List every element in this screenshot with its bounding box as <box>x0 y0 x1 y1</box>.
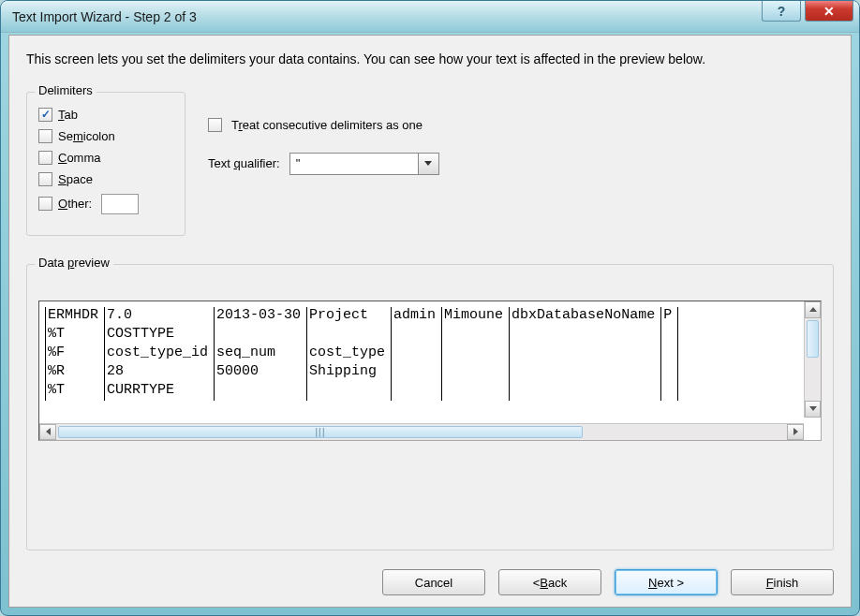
table-cell: COSTTYPE <box>105 326 215 345</box>
table-cell <box>215 382 307 401</box>
preview-group: Data preview ERMHDR7.02013-03-30Projecta… <box>26 264 834 550</box>
scroll-left-icon[interactable] <box>39 424 56 440</box>
dialog-window: Text Import Wizard - Step 2 of 3 ? ✕ Thi… <box>0 0 860 616</box>
help-button[interactable]: ? <box>762 1 801 22</box>
table-cell: 2013-03-30 <box>215 307 307 326</box>
finish-button[interactable]: Finish <box>731 569 834 595</box>
table-cell: 28 <box>105 363 215 382</box>
table-cell: %T <box>46 326 105 345</box>
table-cell: Project <box>307 307 392 326</box>
table-cell <box>510 345 661 363</box>
table-row: ERMHDR7.02013-03-30ProjectadminMimounedb… <box>46 307 678 326</box>
delimiters-group: Delimiters Tab Semicolon Comma Space <box>26 92 185 236</box>
table-cell: %T <box>46 382 105 401</box>
other-label: Other: <box>58 197 92 211</box>
table-cell: dbxDatabaseNoName <box>510 307 661 326</box>
tab-checkbox[interactable] <box>38 108 52 122</box>
dialog-body: This screen lets you set the delimiters … <box>8 35 852 608</box>
table-cell: %R <box>46 363 105 382</box>
scroll-down-icon[interactable] <box>805 401 821 418</box>
table-cell <box>510 382 661 401</box>
table-cell: seq_num <box>215 345 307 363</box>
table-cell <box>307 382 392 401</box>
table-cell: Shipping <box>307 363 392 382</box>
table-cell <box>392 382 442 401</box>
table-row: %R2850000Shipping <box>46 363 678 382</box>
table-cell <box>442 326 510 345</box>
table-cell: 7.0 <box>105 307 215 326</box>
back-button[interactable]: < Back <box>498 569 601 595</box>
window-title: Text Import Wizard - Step 2 of 3 <box>12 9 197 24</box>
semicolon-label: Semicolon <box>58 129 115 143</box>
vertical-scroll-thumb[interactable] <box>807 320 819 358</box>
preview-legend: Data preview <box>35 256 113 270</box>
table-cell <box>307 326 392 345</box>
table-cell: P <box>661 307 678 326</box>
table-row: %TCOSTTYPE <box>46 326 678 345</box>
intro-text: This screen lets you set the delimiters … <box>26 51 834 69</box>
other-input[interactable] <box>101 194 139 214</box>
table-cell: 50000 <box>215 363 307 382</box>
cancel-button[interactable]: Cancel <box>382 569 485 595</box>
table-cell: cost_type_id <box>105 345 215 363</box>
table-cell <box>392 326 442 345</box>
treat-consecutive-checkbox[interactable] <box>208 118 222 132</box>
table-cell <box>661 326 678 345</box>
vertical-scrollbar[interactable] <box>804 301 821 418</box>
qualifier-value: " <box>290 156 301 170</box>
table-row: %Fcost_type_idseq_numcost_type <box>46 345 678 363</box>
space-checkbox[interactable] <box>38 172 52 186</box>
table-cell: cost_type <box>307 345 392 363</box>
table-cell <box>661 345 678 363</box>
next-button[interactable]: Next > <box>615 569 718 595</box>
horizontal-scrollbar[interactable]: ||| <box>39 423 804 440</box>
table-cell <box>442 363 510 382</box>
table-cell <box>510 326 661 345</box>
table-cell: ERMHDR <box>46 307 105 326</box>
table-cell <box>392 345 442 363</box>
treat-consecutive-label: Treat consecutive delimiters as one <box>231 118 423 132</box>
space-label: Space <box>58 172 93 186</box>
chevron-down-icon <box>418 154 438 174</box>
qualifier-label: Text qualifier: <box>208 156 280 170</box>
delimiters-legend: Delimiters <box>35 83 96 97</box>
titlebar: Text Import Wizard - Step 2 of 3 ? ✕ <box>1 1 859 33</box>
preview-pane: ERMHDR7.02013-03-30ProjectadminMimounedb… <box>38 301 822 441</box>
scroll-right-icon[interactable] <box>787 424 804 440</box>
table-cell <box>442 345 510 363</box>
qualifier-select[interactable]: " <box>289 153 439 175</box>
preview-table: ERMHDR7.02013-03-30ProjectadminMimounedb… <box>45 307 678 401</box>
tab-label: Tab <box>58 108 78 122</box>
table-cell <box>661 382 678 401</box>
table-cell <box>661 363 678 382</box>
horizontal-scroll-thumb[interactable]: ||| <box>58 426 583 438</box>
table-cell <box>392 363 442 382</box>
other-checkbox[interactable] <box>38 197 52 211</box>
table-cell: Mimoune <box>442 307 510 326</box>
comma-checkbox[interactable] <box>38 151 52 165</box>
comma-label: Comma <box>58 151 101 165</box>
table-cell <box>215 326 307 345</box>
table-cell: CURRTYPE <box>105 382 215 401</box>
scroll-up-icon[interactable] <box>805 301 821 318</box>
close-button[interactable]: ✕ <box>805 1 853 22</box>
table-row: %TCURRTYPE <box>46 382 678 401</box>
table-cell <box>510 363 661 382</box>
semicolon-checkbox[interactable] <box>38 129 52 143</box>
table-cell: %F <box>46 345 105 363</box>
button-row: Cancel < Back Next > Finish <box>26 569 834 595</box>
table-cell <box>442 382 510 401</box>
table-cell: admin <box>392 307 442 326</box>
